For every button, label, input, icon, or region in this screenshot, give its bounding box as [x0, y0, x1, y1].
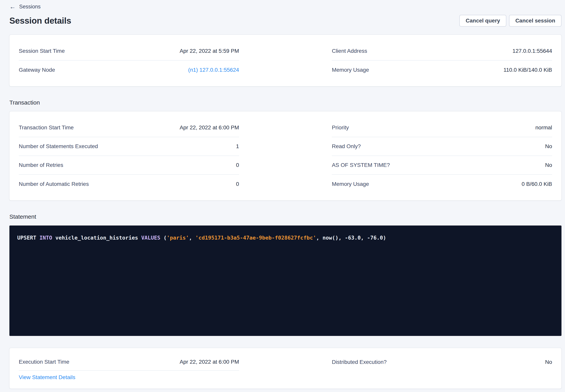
read-only-label: Read Only?	[332, 143, 361, 150]
gateway-node-link[interactable]: (n1) 127.0.0.1:55624	[188, 67, 239, 73]
as-of-system-time-label: AS OF SYSTEM TIME?	[332, 162, 390, 168]
row-transaction-start-time: Transaction Start Time Apr 22, 2022 at 6…	[19, 118, 239, 137]
session-summary-card: Session Start Time Apr 22, 2022 at 5:59 …	[9, 35, 562, 86]
row-session-start-time: Session Start Time Apr 22, 2022 at 5:59 …	[19, 42, 239, 61]
row-statements-executed: Number of Statements Executed 1	[19, 137, 239, 156]
read-only-value: No	[545, 143, 552, 150]
header-actions: Cancel query Cancel session	[459, 15, 562, 27]
cancel-session-button[interactable]: Cancel session	[509, 15, 562, 27]
row-distributed-execution: Distributed Execution? No	[332, 353, 552, 371]
sql-token: vehicle_location_histories	[52, 235, 141, 241]
distributed-execution-label: Distributed Execution?	[332, 359, 387, 365]
row-transaction-memory-usage: Memory Usage 0 B/60.0 KiB	[332, 175, 552, 194]
session-start-time-label: Session Start Time	[19, 48, 65, 54]
breadcrumb-sessions-link[interactable]: Sessions	[19, 4, 41, 10]
as-of-system-time-value: No	[545, 162, 552, 168]
transaction-memory-usage-value: 0 B/60.0 KiB	[521, 181, 552, 187]
page-title: Session details	[9, 16, 71, 26]
session-memory-usage-label: Memory Usage	[332, 67, 369, 73]
statements-executed-value: 1	[236, 143, 239, 150]
transaction-start-time-label: Transaction Start Time	[19, 125, 74, 131]
row-session-memory-usage: Memory Usage 110.0 KiB/140.0 KiB	[332, 61, 552, 79]
session-summary-left-column: Session Start Time Apr 22, 2022 at 5:59 …	[19, 42, 239, 79]
page-header: Session details Cancel query Cancel sess…	[9, 14, 562, 27]
sql-string-literal: 'paris'	[167, 235, 189, 241]
back-arrow-icon[interactable]: ←	[9, 3, 16, 10]
automatic-retries-value: 0	[236, 181, 239, 187]
statement-section-title: Statement	[9, 213, 562, 220]
sql-token: , now(), -63.0, -76.0)	[316, 235, 386, 241]
transaction-card: Transaction Start Time Apr 22, 2022 at 6…	[9, 111, 562, 200]
session-summary-right-column: Client Address 127.0.0.1:55644 Memory Us…	[332, 42, 552, 79]
row-as-of-system-time: AS OF SYSTEM TIME? No	[332, 156, 552, 175]
sql-statement-box: UPSERT INTO vehicle_location_histories V…	[9, 225, 562, 336]
client-address-value: 127.0.0.1:55644	[513, 48, 552, 54]
cancel-query-button[interactable]: Cancel query	[459, 15, 506, 27]
sql-token: ,	[189, 235, 195, 241]
execution-start-time-value: Apr 22, 2022 at 6:00 PM	[179, 359, 239, 365]
priority-label: Priority	[332, 125, 349, 131]
number-of-retries-value: 0	[236, 162, 239, 168]
execution-left-column: Execution Start Time Apr 22, 2022 at 6:0…	[19, 353, 239, 380]
execution-card: Execution Start Time Apr 22, 2022 at 6:0…	[9, 348, 562, 389]
view-statement-details-row: View Statement Details	[19, 371, 239, 380]
sql-token: UPSERT	[17, 235, 40, 241]
row-priority: Priority normal	[332, 118, 552, 137]
sql-token: (	[160, 235, 167, 241]
priority-value: normal	[535, 125, 552, 131]
gateway-node-label: Gateway Node	[19, 67, 55, 73]
row-read-only: Read Only? No	[332, 137, 552, 156]
client-address-label: Client Address	[332, 48, 367, 54]
row-number-of-retries: Number of Retries 0	[19, 156, 239, 175]
session-memory-usage-value: 110.0 KiB/140.0 KiB	[503, 67, 552, 73]
session-details-page: ← Sessions Session details Cancel query …	[9, 0, 562, 389]
session-start-time-value: Apr 22, 2022 at 5:59 PM	[179, 48, 239, 54]
view-statement-details-link[interactable]: View Statement Details	[19, 374, 75, 380]
row-client-address: Client Address 127.0.0.1:55644	[332, 42, 552, 61]
sql-keyword: INTO	[40, 235, 52, 241]
distributed-execution-value: No	[545, 359, 552, 365]
automatic-retries-label: Number of Automatic Retries	[19, 181, 89, 187]
sql-keyword: VALUES	[141, 235, 160, 241]
transaction-section-title: Transaction	[9, 99, 562, 106]
statements-executed-label: Number of Statements Executed	[19, 143, 98, 150]
row-gateway-node: Gateway Node (n1) 127.0.0.1:55624	[19, 61, 239, 79]
sql-string-literal: 'cd195171-b3a5-47ae-9beb-f028627fcfbc'	[195, 235, 316, 241]
transaction-start-time-value: Apr 22, 2022 at 6:00 PM	[179, 125, 239, 131]
row-automatic-retries: Number of Automatic Retries 0	[19, 175, 239, 194]
execution-start-time-label: Execution Start Time	[19, 359, 69, 365]
transaction-right-column: Priority normal Read Only? No AS OF SYST…	[332, 118, 552, 194]
breadcrumb[interactable]: ← Sessions	[9, 0, 562, 10]
execution-right-column: Distributed Execution? No	[332, 353, 552, 380]
transaction-left-column: Transaction Start Time Apr 22, 2022 at 6…	[19, 118, 239, 194]
number-of-retries-label: Number of Retries	[19, 162, 63, 168]
transaction-memory-usage-label: Memory Usage	[332, 181, 369, 187]
row-execution-start-time: Execution Start Time Apr 22, 2022 at 6:0…	[19, 353, 239, 371]
